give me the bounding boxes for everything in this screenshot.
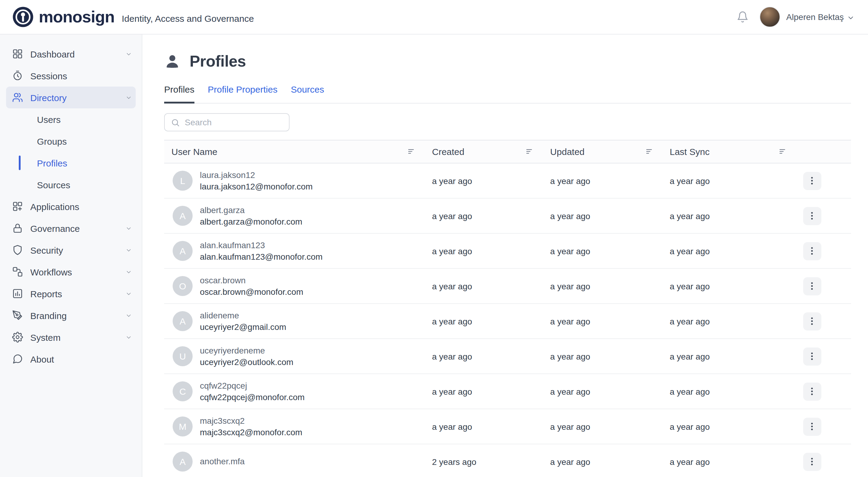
row-email: uceyriyer2@gmail.com bbox=[200, 321, 286, 333]
app: monosign Identity, Access and Governance… bbox=[0, 0, 868, 477]
tab-profiles[interactable]: Profiles bbox=[164, 84, 194, 103]
row-menu-button[interactable] bbox=[803, 347, 821, 365]
tabs: ProfilesProfile PropertiesSources bbox=[164, 84, 851, 103]
user-avatar[interactable] bbox=[760, 7, 780, 27]
sidebar-subitem-label: Sources bbox=[37, 179, 70, 190]
sidebar-item-dashboard[interactable]: Dashboard bbox=[6, 43, 136, 65]
row-created: a year ago bbox=[432, 421, 550, 431]
row-email: oscar.brown@monofor.com bbox=[200, 286, 303, 298]
sidebar-item-label: About bbox=[30, 354, 54, 364]
chevron-down-icon bbox=[125, 334, 132, 341]
tab-sources[interactable]: Sources bbox=[291, 84, 324, 103]
sidebar-item-sources[interactable]: Sources bbox=[0, 174, 142, 196]
sidebar-item-label: Security bbox=[30, 245, 63, 254]
kebab-icon bbox=[807, 246, 817, 256]
row-updated: a year ago bbox=[550, 351, 670, 361]
row-avatar: U bbox=[173, 346, 193, 366]
sidebar-item-about[interactable]: About bbox=[6, 348, 136, 370]
notifications-bell-icon[interactable] bbox=[737, 11, 749, 23]
user-name[interactable]: Alperen Bektaş bbox=[786, 12, 844, 22]
row-menu-button[interactable] bbox=[803, 417, 821, 436]
row-last-sync: a year ago bbox=[670, 316, 803, 326]
row-email: albert.garza@monofor.com bbox=[200, 216, 302, 227]
row-updated: a year ago bbox=[550, 246, 670, 256]
row-created: 2 years ago bbox=[432, 457, 550, 467]
monosign-logo-icon bbox=[12, 6, 34, 28]
chevron-down-icon bbox=[125, 290, 132, 297]
sidebar-item-label: Directory bbox=[30, 93, 67, 102]
row-username: alan.kaufman123 bbox=[200, 239, 322, 251]
table-row[interactable]: C cqfw22pqcej cqfw22pqcej@monofor.com a … bbox=[164, 374, 851, 409]
row-avatar: M bbox=[173, 416, 193, 437]
row-menu-button[interactable] bbox=[803, 277, 821, 295]
sidebar-item-label: Governance bbox=[30, 224, 80, 233]
sidebar-item-label: System bbox=[30, 333, 61, 342]
sidebar-item-sessions[interactable]: Sessions bbox=[6, 65, 136, 87]
row-created: a year ago bbox=[432, 246, 550, 256]
directory-icon bbox=[12, 92, 23, 103]
row-last-sync: a year ago bbox=[670, 176, 803, 185]
table-row[interactable]: A alideneme uceyriyer2@gmail.com a year … bbox=[164, 304, 851, 339]
table-row[interactable]: A another.mfa 2 years ago a year ago a y… bbox=[164, 444, 851, 477]
table-row[interactable]: A albert.garza albert.garza@monofor.com … bbox=[164, 199, 851, 234]
kebab-icon bbox=[807, 175, 817, 186]
sidebar-item-users[interactable]: Users bbox=[0, 108, 142, 130]
row-last-sync: a year ago bbox=[670, 281, 803, 291]
chevron-down-icon bbox=[125, 247, 132, 253]
sidebar-item-label: Applications bbox=[30, 202, 79, 211]
sidebar-item-governance[interactable]: Governance bbox=[6, 217, 136, 239]
sidebar-item-directory[interactable]: Directory bbox=[6, 87, 136, 108]
row-menu-button[interactable] bbox=[803, 242, 821, 260]
sort-icon[interactable] bbox=[778, 147, 787, 156]
sort-icon[interactable] bbox=[525, 147, 534, 156]
row-created: a year ago bbox=[432, 351, 550, 361]
row-last-sync: a year ago bbox=[670, 386, 803, 396]
row-email: cqfw22pqcej@monofor.com bbox=[200, 391, 305, 403]
tab-profile-properties[interactable]: Profile Properties bbox=[208, 84, 277, 103]
table-row[interactable]: A alan.kaufman123 alan.kaufman123@monofo… bbox=[164, 234, 851, 269]
sidebar-item-profiles[interactable]: Profiles bbox=[0, 152, 142, 174]
row-created: a year ago bbox=[432, 316, 550, 326]
row-menu-button[interactable] bbox=[803, 382, 821, 401]
chevron-down-icon bbox=[125, 50, 132, 57]
row-username: oscar.brown bbox=[200, 274, 303, 286]
row-last-sync: a year ago bbox=[670, 211, 803, 220]
system-icon bbox=[12, 332, 23, 343]
row-menu-button[interactable] bbox=[803, 452, 821, 471]
user-menu-chevron-down-icon[interactable] bbox=[847, 13, 855, 21]
table-row[interactable]: O oscar.brown oscar.brown@monofor.com a … bbox=[164, 269, 851, 304]
sidebar-item-security[interactable]: Security bbox=[6, 239, 136, 261]
column-header-created: Created bbox=[432, 146, 550, 157]
sessions-icon bbox=[12, 70, 23, 81]
table-row[interactable]: M majc3scxq2 majc3scxq2@monofor.com a ye… bbox=[164, 409, 851, 444]
sidebar-item-applications[interactable]: Applications bbox=[6, 196, 136, 217]
kebab-icon bbox=[807, 211, 817, 221]
row-menu-button[interactable] bbox=[803, 312, 821, 330]
sidebar-item-workflows[interactable]: Workflows bbox=[6, 261, 136, 283]
sidebar-item-branding[interactable]: Branding bbox=[6, 305, 136, 326]
row-menu-button[interactable] bbox=[803, 172, 821, 190]
kebab-icon bbox=[807, 316, 817, 326]
column-header-user-name: User Name bbox=[164, 146, 432, 157]
row-username: laura.jakson12 bbox=[200, 169, 313, 181]
search-input[interactable] bbox=[185, 117, 294, 127]
about-icon bbox=[12, 353, 23, 365]
sidebar-item-system[interactable]: System bbox=[6, 326, 136, 348]
row-avatar: O bbox=[173, 276, 193, 296]
row-email: alan.kaufman123@monofor.com bbox=[200, 251, 322, 263]
table-header: User NameCreatedUpdatedLast Sync bbox=[164, 140, 851, 164]
sort-icon[interactable] bbox=[645, 147, 654, 156]
user-cell: O oscar.brown oscar.brown@monofor.com bbox=[164, 274, 432, 298]
sidebar-item-groups[interactable]: Groups bbox=[0, 130, 142, 152]
sort-icon[interactable] bbox=[407, 147, 416, 156]
sidebar-item-label: Reports bbox=[30, 289, 62, 298]
sidebar-item-reports[interactable]: Reports bbox=[6, 283, 136, 305]
table-row[interactable]: U uceyriyerdeneme uceyriyer2@outlook.com… bbox=[164, 339, 851, 374]
row-menu-button[interactable] bbox=[803, 207, 821, 225]
kebab-icon bbox=[807, 386, 817, 397]
row-last-sync: a year ago bbox=[670, 351, 803, 361]
chevron-down-icon bbox=[125, 94, 132, 101]
table-row[interactable]: L laura.jakson12 laura.jakson12@monofor.… bbox=[164, 164, 851, 199]
dashboard-icon bbox=[12, 48, 23, 59]
security-icon bbox=[12, 244, 23, 255]
